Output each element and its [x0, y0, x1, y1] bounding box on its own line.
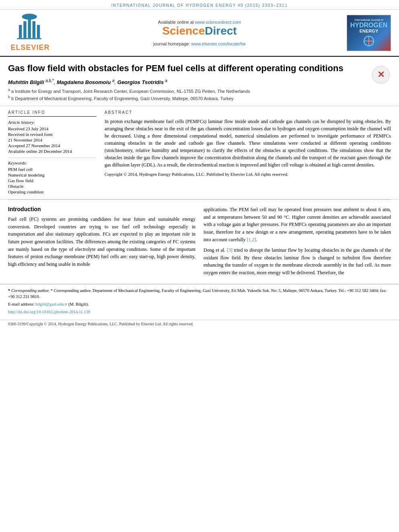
article-history: Article history: Received 23 July 2014 R… [8, 120, 97, 154]
journal-cover-graphic [359, 35, 379, 47]
history-accepted: Accepted 27 November 2014 [8, 143, 97, 148]
sciencedirect-url[interactable]: www.sciencedirect.com [195, 20, 241, 25]
journal-cover-energy: ENERGY [360, 29, 378, 33]
corresponding-author-footnote: * Corresponding author. * Corresponding … [8, 288, 391, 300]
doi-link[interactable]: http://dx.doi.org/10.1016/j.ijhydene.201… [8, 310, 90, 314]
svg-rect-3 [33, 21, 35, 38]
footnote-section: * Corresponding author. * Corresponding … [0, 284, 399, 320]
intro-paragraph-3: Dong et al. [3] tried to disrupt the lam… [204, 246, 391, 276]
top-banner: ELSEVIER Available online at www.science… [0, 10, 399, 57]
elsevier-wordmark: ELSEVIER [10, 43, 49, 52]
journal-cover-hydrogen: HYDROGEN [350, 22, 387, 29]
doi-footnote: http://dx.doi.org/10.1016/j.ijhydene.201… [8, 309, 391, 315]
svg-rect-1 [23, 21, 26, 38]
abstract-column: ABSTRACT In proton exchange membrane fue… [105, 110, 391, 195]
keyword-obstacle: Obstacle [8, 184, 97, 189]
email-footnote: E-mail address: bilgili@gazi.edu.tr (M. … [8, 301, 391, 308]
history-revised-date: 21 November 2014 [8, 138, 97, 142]
paper-title-section: ✕ Gas flow field with obstacles for PEM … [0, 57, 399, 106]
ref-3[interactable]: [3] [227, 247, 232, 253]
svg-rect-6 [17, 38, 41, 39]
affiliation-b: b b Department of Mechanical Engineering… [8, 95, 391, 101]
journal-header-text: INTERNATIONAL JOURNAL OF HYDROGEN ENERGY… [111, 3, 288, 8]
history-received: Received 23 July 2014 [8, 126, 97, 131]
keyword-numerical: Numerical modeling [8, 173, 97, 177]
email-link[interactable]: bilgili@gazi.edu.tr [35, 302, 67, 306]
svg-rect-4 [37, 25, 40, 38]
keyword-pem: PEM fuel cell [8, 167, 97, 172]
body-content: Introduction Fuel cell (FC) systems are … [0, 200, 399, 283]
abstract-copyright: Copyright © 2014, Hydrogen Energy Public… [105, 172, 391, 177]
svg-point-5 [22, 14, 37, 20]
article-info-header: ARTICLE INFO [8, 110, 97, 117]
keyword-operating: Operating condition [8, 189, 97, 194]
journal-cover-intl: International Journal of [354, 18, 383, 22]
available-online-text: Available online at www.sciencedirect.co… [60, 20, 339, 25]
paper-title: Gas flow field with obstacles for PEM fu… [8, 63, 391, 74]
crossmark-icon: ✕ [371, 65, 391, 85]
journal-homepage: journal homepage: www.elsevier.com/locat… [60, 41, 339, 46]
keyword-gas: Gas flow field [8, 178, 97, 183]
sciencedirect-logo: ScienceDirect [60, 25, 339, 37]
affiliation-a: a a Institute for Energy and Transport, … [8, 88, 391, 94]
body-left-column: Introduction Fuel cell (FC) systems are … [8, 206, 195, 279]
history-label: Article history: [8, 120, 97, 125]
history-available: Available online 20 December 2014 [8, 149, 97, 154]
abstract-header: ABSTRACT [105, 110, 391, 115]
svg-rect-0 [19, 25, 22, 38]
svg-text:✕: ✕ [377, 70, 385, 80]
keywords-header: Keywords: [8, 160, 97, 165]
elsevier-tree-icon [14, 14, 46, 42]
intro-paragraph-2: applications. The PEM fuel cell may be o… [204, 206, 391, 243]
journal-header: INTERNATIONAL JOURNAL OF HYDROGEN ENERGY… [0, 0, 399, 10]
introduction-title: Introduction [8, 206, 195, 212]
abstract-text: In proton exchange membrane fuel cells (… [105, 118, 391, 168]
svg-rect-2 [28, 17, 31, 38]
banner-middle: Available online at www.sciencedirect.co… [52, 20, 347, 46]
bottom-copyright: 0360-3199/Copyright © 2014, Hydrogen Ene… [0, 320, 399, 328]
intro-paragraph-1: Fuel cell (FC) systems are promising can… [8, 216, 195, 268]
body-right-column: applications. The PEM fuel cell may be o… [204, 206, 391, 279]
journal-homepage-url[interactable]: www.elsevier.com/locate/he [191, 41, 246, 46]
ref-1-2[interactable]: [1,2] [247, 237, 256, 242]
article-info-column: ARTICLE INFO Article history: Received 2… [8, 110, 97, 195]
main-content-section: ARTICLE INFO Article history: Received 2… [0, 106, 399, 199]
keywords-section: Keywords: PEM fuel cell Numerical modeli… [8, 158, 97, 194]
elsevier-logo: ELSEVIER [8, 14, 52, 52]
authors: Muhittin Bilgili a,b,*, Magdalena Bosomo… [8, 78, 391, 85]
history-revised-label: Received in revised form [8, 132, 97, 137]
journal-cover-image: International Journal of HYDROGEN ENERGY [347, 15, 391, 51]
